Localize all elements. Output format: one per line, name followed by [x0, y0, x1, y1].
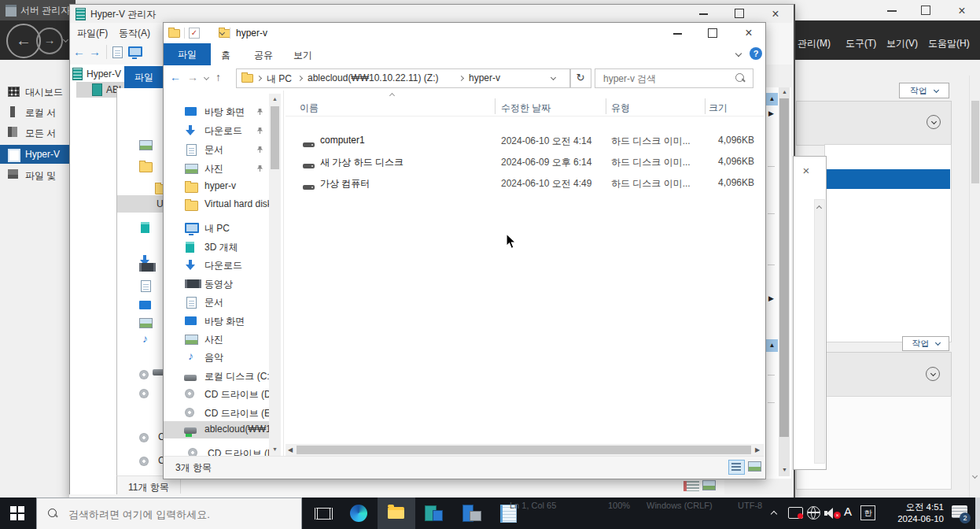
- nav-item-virtual-hard-disk[interactable]: Virtual hard disk: [164, 197, 269, 214]
- notification-center-button[interactable]: 2: [950, 504, 972, 524]
- search-box[interactable]: [595, 68, 753, 88]
- tab-share[interactable]: 공유: [254, 49, 273, 62]
- history-dropdown-icon[interactable]: [63, 37, 68, 43]
- nav-item-cd-drive-e[interactable]: CD 드라이브 (E:: [164, 405, 269, 423]
- file-row-new-virtual-disk[interactable]: 새 가상 하드 디스크 2024-06-09 오후 6:14 하드 디스크 이미…: [286, 154, 764, 172]
- nav-up-icon[interactable]: ↑: [216, 71, 221, 83]
- details-view-icon[interactable]: [683, 481, 699, 491]
- nav-item-pictures[interactable]: 사진: [164, 331, 269, 349]
- taskbar-clock[interactable]: 오전 4:51 2024-06-10: [879, 501, 944, 525]
- nav-item-3d-objects[interactable]: 3D 개체: [164, 239, 269, 257]
- recent-locations-icon[interactable]: [204, 75, 209, 80]
- nav-item-cd-drive-d[interactable]: CD 드라이브 (D: [164, 387, 269, 404]
- column-size[interactable]: 크기: [709, 102, 728, 115]
- nav-item-ablecloud-selected[interactable]: ablecloud(₩₩10: [164, 421, 269, 438]
- tray-expand-icon[interactable]: [771, 511, 777, 517]
- nav-item-documents[interactable]: 문서: [164, 294, 269, 312]
- scroll-up-icon[interactable]: ▲: [782, 89, 787, 94]
- refresh-button[interactable]: ↻: [569, 68, 591, 88]
- nav-item-local-disk-c[interactable]: 로컬 디스크 (C:): [164, 368, 269, 386]
- breadcrumb-this-pc[interactable]: 내 PC: [267, 72, 292, 86]
- forward-button[interactable]: →: [36, 28, 63, 54]
- ime-korean-indicator[interactable]: 한: [860, 505, 875, 520]
- close-button[interactable]: ×: [768, 4, 783, 24]
- collapse-section-button[interactable]: [926, 367, 940, 381]
- close-button[interactable]: ×: [740, 23, 757, 43]
- tray-volume-muted-icon[interactable]: ×: [824, 508, 840, 519]
- help-icon[interactable]: ?: [750, 47, 762, 60]
- breadcrumb-drive[interactable]: ablecloud(₩₩10.10.22.11) (Z:): [308, 72, 439, 83]
- scroll-right-icon[interactable]: ▶: [755, 446, 760, 453]
- menu-action[interactable]: 동작(A): [119, 27, 150, 40]
- nav-item-videos[interactable]: 동영상: [164, 276, 269, 294]
- console-window-icon[interactable]: [128, 46, 142, 57]
- minimize-button[interactable]: [887, 10, 897, 12]
- scroll-up-icon[interactable]: ▲: [272, 96, 278, 102]
- maximize-button[interactable]: [735, 9, 744, 18]
- sidebar-item-dashboard[interactable]: 대시보드: [0, 83, 69, 101]
- scroll-down-icon[interactable]: ▼: [272, 446, 278, 452]
- right-panel-scrollbar[interactable]: [969, 76, 980, 498]
- nav-item-desktop[interactable]: 바탕 화면: [164, 313, 269, 331]
- dialog-close-button[interactable]: ×: [798, 163, 814, 179]
- column-name[interactable]: 이름: [300, 102, 319, 115]
- menu-manage[interactable]: 관리(M): [798, 37, 831, 50]
- sidebar-item-all-servers[interactable]: 모든 서: [0, 124, 69, 142]
- close-button[interactable]: ×: [954, 1, 970, 21]
- show-desktop-button[interactable]: [975, 498, 980, 529]
- tab-home[interactable]: 홈: [221, 49, 230, 62]
- quick-access-properties-icon[interactable]: ✓: [189, 28, 200, 39]
- file-row-virtual-computer[interactable]: 가상 컴퓨터 2024-06-10 오전 4:49 하드 디스크 이미... 4…: [286, 176, 764, 193]
- scroll-down-icon[interactable]: [972, 473, 978, 479]
- minimize-button[interactable]: [673, 33, 682, 35]
- menu-file[interactable]: 파일(F): [77, 27, 108, 40]
- tab-file[interactable]: 파일: [164, 43, 211, 65]
- thumbnail-view-button[interactable]: [748, 461, 761, 472]
- horizontal-scrollbar[interactable]: ◀ ▶: [286, 444, 764, 456]
- maximize-button[interactable]: [708, 28, 717, 38]
- selected-event-row[interactable]: [824, 169, 950, 189]
- menu-view[interactable]: 보기(V): [886, 37, 918, 50]
- ime-latin-indicator[interactable]: A: [844, 505, 852, 518]
- nav-item-desktop-pinned[interactable]: 바탕 화면: [164, 104, 269, 121]
- ribbon-minimize-icon[interactable]: [735, 50, 742, 57]
- menu-help[interactable]: 도움말(H): [928, 37, 970, 50]
- nav-item-cd-drive-d2[interactable]: CD 드라이브 (D:): [164, 446, 269, 456]
- nav-back-icon[interactable]: ←: [170, 71, 181, 83]
- explorer-back-file-tab[interactable]: 파일: [124, 66, 164, 88]
- tab-view[interactable]: 보기: [293, 49, 312, 62]
- nav-item-pictures-pinned[interactable]: 사진: [164, 161, 269, 178]
- details-view-button[interactable]: [728, 460, 745, 475]
- nav-forward-icon[interactable]: →: [187, 71, 198, 83]
- address-dropdown-icon[interactable]: [551, 75, 556, 80]
- nav-item-downloads-pinned[interactable]: 다운로드: [164, 123, 269, 140]
- thumbnail-view-icon[interactable]: [702, 480, 716, 490]
- dialog-scrollbar[interactable]: [814, 199, 825, 464]
- restore-button[interactable]: [921, 6, 930, 15]
- console-doc-icon[interactable]: [112, 46, 123, 58]
- nav-item-downloads[interactable]: 다운로드: [164, 257, 269, 275]
- nav-item-music[interactable]: ♪ 음악: [164, 350, 269, 367]
- nav-item-this-pc[interactable]: 내 PC: [164, 220, 269, 238]
- breadcrumb-folder[interactable]: hyper-v: [469, 72, 500, 83]
- nav-item-documents-pinned[interactable]: 문서: [164, 142, 269, 159]
- expand-right-icon[interactable]: ▶: [768, 294, 774, 302]
- column-type[interactable]: 유형: [611, 102, 630, 115]
- nav-scrollbar[interactable]: ▲ ▼: [269, 94, 281, 456]
- sidebar-item-local-server[interactable]: 로컬 서: [0, 104, 69, 121]
- back-icon[interactable]: ←: [73, 45, 85, 58]
- tasks-button-top[interactable]: 작업: [899, 83, 949, 98]
- scroll-up-icon[interactable]: [816, 205, 822, 211]
- forward-icon[interactable]: →: [89, 45, 101, 58]
- breadcrumb[interactable]: 내 PC ablecloud(₩₩10.10.22.11) (Z:) hyper…: [236, 68, 571, 88]
- menu-tools[interactable]: 도구(T): [846, 37, 876, 50]
- expand-right-icon[interactable]: ▶: [768, 109, 774, 117]
- file-row-computer1[interactable]: computer1 2024-06-10 오전 4:14 하드 디스크 이미..…: [286, 133, 764, 150]
- hyperv-vertical-scrollbar[interactable]: ▲ ▼: [779, 87, 790, 476]
- scroll-up-button[interactable]: ▲: [766, 93, 778, 105]
- minimize-button[interactable]: [699, 13, 708, 15]
- search-input[interactable]: [602, 69, 731, 87]
- tray-display-icon[interactable]: [788, 507, 803, 519]
- tasks-button-bottom[interactable]: 작업: [902, 336, 949, 351]
- sidebar-item-hyperv[interactable]: Hyper-V: [0, 145, 69, 164]
